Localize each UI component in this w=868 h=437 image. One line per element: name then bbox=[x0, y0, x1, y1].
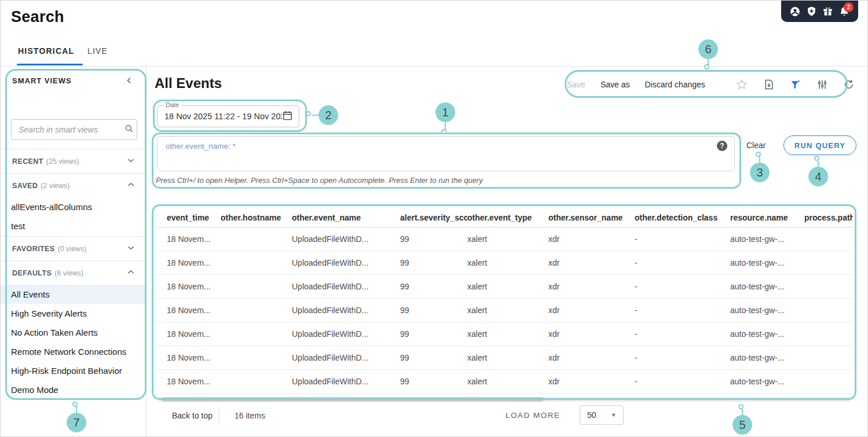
table-row[interactable]: 18 Novem...UploadedFileWithD...99xalertx… bbox=[155, 322, 853, 346]
query-editor[interactable]: other.event_name: * ? bbox=[157, 136, 735, 171]
table-cell: 99 bbox=[400, 377, 467, 386]
table-cell: - bbox=[635, 353, 730, 362]
default-view-item[interactable]: Remote Network Connections bbox=[1, 342, 147, 361]
table-cell: xalert bbox=[467, 353, 548, 362]
back-to-top-button[interactable]: Back to top bbox=[172, 411, 213, 420]
chevron-down-icon bbox=[126, 155, 136, 168]
table-cell: UploadedFileWithD... bbox=[292, 258, 400, 267]
scrollbar-thumb[interactable] bbox=[162, 397, 544, 402]
table-cell: UploadedFileWithD... bbox=[292, 329, 400, 339]
table-cell: xalert bbox=[467, 282, 548, 291]
chevron-up-icon bbox=[126, 267, 136, 280]
tab-live[interactable]: LIVE bbox=[87, 46, 108, 56]
table-cell: UploadedFileWithD... bbox=[292, 306, 400, 315]
section-defaults[interactable]: DEFAULTS (6 views) bbox=[1, 260, 147, 285]
query-text[interactable]: other.event_name: * bbox=[166, 142, 236, 150]
column-header[interactable]: resource.name bbox=[730, 213, 804, 222]
table-cell: xdr bbox=[548, 306, 635, 315]
section-recent[interactable]: RECENT (25 views) bbox=[1, 149, 147, 173]
default-view-item[interactable]: High-Risk Endpoint Behavior bbox=[1, 361, 147, 380]
table-cell: - bbox=[635, 282, 730, 291]
horizontal-scrollbar[interactable] bbox=[158, 397, 851, 402]
page-size-select[interactable]: 50 ▼ bbox=[580, 405, 624, 425]
column-header[interactable]: other.event_type bbox=[467, 213, 548, 222]
gift-icon[interactable] bbox=[821, 5, 835, 19]
clear-button[interactable]: Clear bbox=[746, 141, 766, 150]
column-header[interactable]: process.path bbox=[804, 213, 853, 222]
save-button[interactable]: Save bbox=[567, 80, 585, 89]
table-row[interactable]: 18 Novem...UploadedFileWithD...99xalertx… bbox=[155, 227, 853, 251]
tab-historical[interactable]: HISTORICAL bbox=[18, 46, 74, 56]
date-field-label: Date bbox=[163, 101, 181, 108]
table-cell: xalert bbox=[467, 329, 548, 339]
default-view-item[interactable]: Demo Mode bbox=[1, 380, 147, 399]
settings-sliders-icon[interactable] bbox=[816, 78, 828, 91]
column-header[interactable]: other.sensor_name bbox=[548, 213, 635, 222]
column-header[interactable]: alert.severity_score bbox=[400, 213, 467, 222]
smart-views-search[interactable] bbox=[11, 119, 137, 140]
table-cell: auto-test-gw-... bbox=[730, 258, 804, 267]
results-table: event_timeother.hostnameother.event_name… bbox=[155, 208, 853, 394]
run-query-button[interactable]: RUN QUERY bbox=[783, 135, 856, 155]
table-cell: 99 bbox=[400, 306, 467, 315]
table-row[interactable]: 18 Novem...UploadedFileWithD...99xalertx… bbox=[155, 299, 853, 322]
table-cell: 99 bbox=[400, 234, 467, 244]
collapse-sidebar-icon[interactable] bbox=[123, 75, 135, 86]
table-cell: auto-test-gw-... bbox=[730, 353, 804, 362]
export-icon[interactable] bbox=[763, 78, 775, 91]
table-row[interactable]: 18 Novem...UploadedFileWithD...99xalertx… bbox=[155, 275, 853, 299]
section-favorites[interactable]: FAVORITES (0 views) bbox=[1, 236, 147, 260]
load-more-button[interactable]: LOAD MORE bbox=[506, 411, 561, 420]
table-cell: 99 bbox=[400, 258, 467, 267]
items-count: 16 items bbox=[235, 411, 265, 420]
table-cell: UploadedFileWithD... bbox=[292, 377, 400, 386]
table-cell: xdr bbox=[548, 282, 635, 291]
user-icon[interactable] bbox=[788, 5, 802, 19]
help-icon[interactable]: ? bbox=[717, 141, 727, 151]
filter-icon[interactable] bbox=[790, 78, 801, 91]
callout-1: 1 bbox=[435, 102, 455, 122]
column-header[interactable]: other.hostname bbox=[221, 213, 292, 222]
save-as-button[interactable]: Save as bbox=[600, 80, 630, 89]
footer-divider bbox=[219, 407, 219, 423]
column-header[interactable]: other.detection_class bbox=[635, 213, 730, 222]
table-cell: 18 Novem... bbox=[167, 234, 221, 244]
active-tab-indicator bbox=[17, 64, 83, 65]
calendar-icon[interactable] bbox=[282, 110, 293, 123]
section-saved[interactable]: SAVED (2 views) bbox=[1, 173, 147, 197]
column-header[interactable]: other.event_name bbox=[292, 213, 400, 222]
default-view-item[interactable]: High Severity Alerts bbox=[1, 304, 147, 323]
saved-view-item[interactable]: allEvents-allColumns bbox=[1, 197, 147, 216]
table-cell: xdr bbox=[548, 353, 635, 362]
smart-views-search-input[interactable] bbox=[19, 125, 124, 134]
dropdown-caret-icon: ▼ bbox=[611, 412, 616, 418]
section-favorites-count: (0 views) bbox=[58, 245, 87, 253]
table-cell: 18 Novem... bbox=[167, 282, 221, 291]
table-cell: xdr bbox=[548, 377, 635, 386]
refresh-icon[interactable] bbox=[843, 78, 855, 91]
table-cell: xalert bbox=[467, 377, 548, 386]
page-size-value: 50 bbox=[587, 410, 611, 420]
callout-3-anchor bbox=[756, 152, 761, 157]
callout-3-connector bbox=[759, 156, 760, 163]
default-view-item-all-events[interactable]: All Events bbox=[1, 285, 147, 304]
table-row[interactable]: 18 Novem...UploadedFileWithD...99xalertx… bbox=[155, 346, 853, 370]
table-cell: 18 Novem... bbox=[167, 258, 221, 267]
table-cell: auto-test-gw-... bbox=[730, 329, 804, 339]
table-row[interactable]: 18 Novem...UploadedFileWithD...99xalertx… bbox=[155, 251, 853, 275]
view-title: All Events bbox=[155, 75, 222, 91]
table-row[interactable]: 18 Novem...UploadedFileWithD...99xalertx… bbox=[155, 370, 853, 394]
table-cell: 18 Novem... bbox=[167, 306, 221, 315]
shield-plus-icon[interactable] bbox=[804, 5, 818, 19]
discard-changes-button[interactable]: Discard changes bbox=[645, 80, 705, 89]
table-cell: UploadedFileWithD... bbox=[292, 234, 400, 244]
table-body: 18 Novem...UploadedFileWithD...99xalertx… bbox=[155, 227, 853, 394]
column-header[interactable]: event_time bbox=[167, 213, 221, 222]
favorite-star-icon[interactable] bbox=[735, 78, 748, 91]
table-cell: xalert bbox=[467, 258, 548, 267]
table-cell: - bbox=[635, 377, 730, 386]
saved-view-item[interactable]: test bbox=[1, 216, 147, 236]
callout-6-connector bbox=[708, 58, 709, 66]
date-range-field[interactable]: 18 Nov 2025 11:22 - 19 Nov 202... bbox=[157, 105, 299, 127]
default-view-item[interactable]: No Action Taken Alerts bbox=[1, 323, 147, 342]
